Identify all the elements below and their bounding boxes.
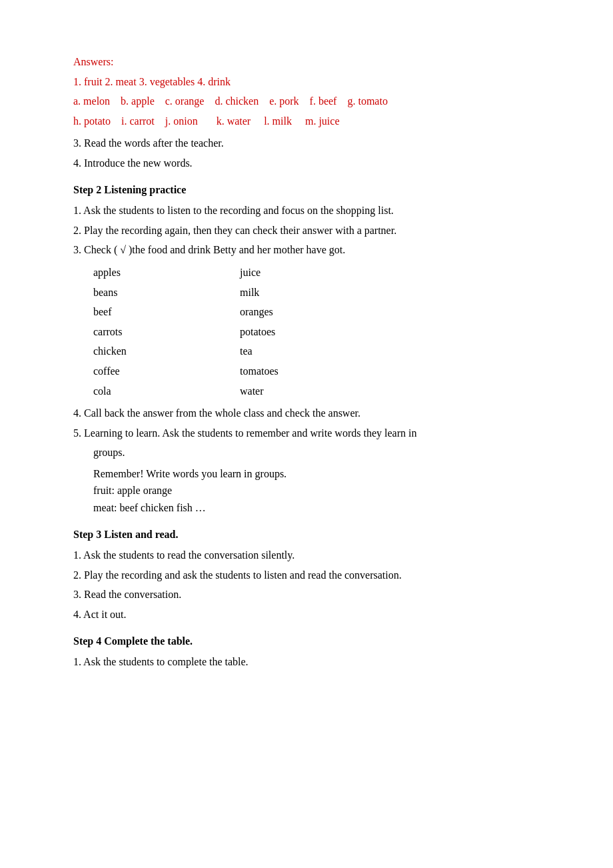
- food-col1-beef: beef: [93, 303, 240, 321]
- step3-item3: 3. Read the conversation.: [73, 586, 540, 603]
- food-row-2: beans milk: [93, 284, 540, 301]
- answer-a-melon: a. melon: [73, 95, 110, 107]
- food-col2-oranges: oranges: [240, 303, 386, 321]
- food-col1-cola: cola: [93, 383, 240, 400]
- remember-block: Remember! Write words you learn in group…: [93, 465, 540, 517]
- answers-row3: h. potato i. carrot j. onion k. water l.…: [73, 113, 540, 130]
- food-col1-beans: beans: [93, 284, 240, 301]
- fruit-line: fruit: apple orange: [93, 482, 540, 499]
- answer-g-tomato: g. tomato: [347, 95, 387, 107]
- step3-item4: 4. Act it out.: [73, 606, 540, 623]
- food-col2-tea: tea: [240, 343, 386, 360]
- food-row-1: apples juice: [93, 264, 540, 281]
- step2-item1: 1. Ask the students to listen to the rec…: [73, 202, 540, 219]
- step3-item1: 1. Ask the students to read the conversa…: [73, 547, 540, 564]
- answers-label: Answers:: [73, 53, 540, 71]
- answer-k-water: k. water: [217, 115, 251, 127]
- meat-line: meat: beef chicken fish …: [93, 499, 540, 517]
- answer-j-onion: j. onion: [165, 115, 198, 127]
- step4-item1: 1. Ask the students to complete the tabl…: [73, 653, 540, 671]
- step2-item2: 2. Play the recording again, then they c…: [73, 222, 540, 239]
- food-col2-tomatoes: tomatoes: [240, 363, 386, 380]
- food-row-5: chicken tea: [93, 343, 540, 360]
- item-3-read-words: 3. Read the words after the teacher.: [73, 135, 540, 152]
- food-row-7: cola water: [93, 383, 540, 400]
- step3-item2: 2. Play the recording and ask the studen…: [73, 567, 540, 584]
- answer-f-beef: f. beef: [310, 95, 337, 107]
- answer-m-juice: m. juice: [305, 115, 340, 127]
- step3-heading: Step 3 Listen and read.: [73, 526, 540, 543]
- answer-e-pork: e. pork: [269, 95, 299, 107]
- answer-l-milk: l. milk: [264, 115, 292, 127]
- food-col1-apples: apples: [93, 264, 240, 281]
- food-col1-coffee: coffee: [93, 363, 240, 380]
- step2-item5-line1: 5. Learning to learn. Ask the students t…: [73, 425, 540, 442]
- step2-item3: 3. Check ( √ )the food and drink Betty a…: [73, 241, 540, 259]
- food-row-3: beef oranges: [93, 303, 540, 321]
- food-col1-carrots: carrots: [93, 323, 240, 341]
- answer-i-carrot: i. carrot: [121, 115, 155, 127]
- step2-heading: Step 2 Listening practice: [73, 181, 540, 199]
- answer-c-orange: c. orange: [165, 95, 205, 107]
- step4-heading: Step 4 Complete the table.: [73, 633, 540, 650]
- item-4-introduce: 4. Introduce the new words.: [73, 155, 540, 172]
- food-col1-chicken: chicken: [93, 343, 240, 360]
- food-row-6: coffee tomatoes: [93, 363, 540, 380]
- answers-heading: Answers:: [73, 56, 113, 67]
- answer-d-chicken: d. chicken: [215, 95, 259, 107]
- answers-row2: a. melon b. apple c. orange d. chicken e…: [73, 93, 540, 110]
- step2-item5-groups: groups.: [93, 444, 540, 461]
- step2-item4: 4. Call back the answer from the whole c…: [73, 405, 540, 422]
- food-row-4: carrots potatoes: [93, 323, 540, 341]
- food-list: apples juice beans milk beef oranges car…: [93, 264, 540, 399]
- food-col2-potatoes: potatoes: [240, 323, 386, 341]
- food-col2-juice: juice: [240, 264, 386, 281]
- answers-row1: 1. fruit 2. meat 3. vegetables 4. drink: [73, 73, 540, 91]
- answer-b-apple: b. apple: [121, 95, 155, 107]
- food-col2-milk: milk: [240, 284, 386, 301]
- answer-h-potato: h. potato: [73, 115, 111, 127]
- food-col2-water: water: [240, 383, 386, 400]
- answers-section: Answers: 1. fruit 2. meat 3. vegetables …: [73, 53, 540, 129]
- remember-label: Remember! Write words you learn in group…: [93, 465, 540, 483]
